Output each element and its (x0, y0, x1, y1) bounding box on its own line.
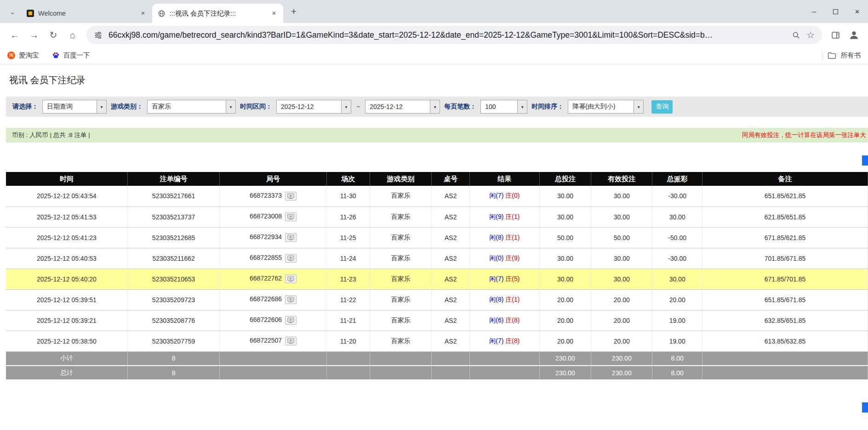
video-replay-icon[interactable] (285, 275, 297, 283)
new-tab-button[interactable]: + (287, 5, 301, 18)
video-replay-icon[interactable] (285, 192, 297, 201)
cell-valid-bet: 50.00 (591, 227, 652, 248)
address-bar[interactable]: 66cxkj98.com/game/betrecord_search/kind3… (86, 26, 822, 44)
date-start-input[interactable]: 2025-12-12 ▾ (276, 100, 351, 114)
chevron-down-icon: ▾ (97, 100, 106, 113)
game-type-value: 百家乐 (148, 100, 226, 113)
table-row: 2025-12-12 05:39:51 523035209723 6687226… (6, 289, 868, 310)
result-banker: 庄(8) (505, 337, 520, 344)
site-info-icon[interactable] (94, 31, 103, 40)
result-player: 闲(7) (489, 192, 503, 199)
cell-result: 闲(7)庄(5) (469, 269, 539, 289)
window-close-button[interactable]: ✕ (846, 0, 868, 23)
per-page-select[interactable]: 100 ▾ (480, 100, 527, 114)
result-banker: 庄(1) (505, 296, 520, 303)
video-replay-icon[interactable] (285, 337, 297, 345)
search-button[interactable]: 查询 (651, 100, 673, 114)
cell-total-bet-link[interactable]: 20.00 (539, 289, 591, 310)
cell-note: 621.85/651.85 (702, 206, 868, 227)
col-header-time: 时间 (6, 172, 127, 186)
cell-round: 668722686 (220, 289, 326, 310)
folder-icon (828, 52, 836, 59)
side-panel-icon[interactable] (827, 26, 844, 44)
col-header-session: 场次 (326, 172, 370, 186)
filter-bar: 请选择： 日期查询 ▾ 游戏类别： 百家乐 ▾ 时间区间： 2025-12-12… (6, 97, 868, 117)
zoom-icon[interactable] (792, 31, 800, 40)
chevron-down-icon: ▾ (517, 100, 527, 113)
date-separator: ~ (356, 103, 360, 110)
home-button[interactable]: ⌂ (63, 26, 82, 44)
cell-table: AS2 (432, 310, 469, 331)
forward-button[interactable]: → (25, 26, 43, 44)
empty-cell (220, 366, 326, 380)
video-replay-icon[interactable] (285, 233, 297, 242)
table-row: 2025-12-12 05:39:21 523035208776 6687226… (6, 310, 868, 331)
round-number: 668722762 (250, 275, 282, 282)
tab-bet-records[interactable]: :::视讯 会员下注纪录::: ✕ (152, 4, 283, 23)
cell-payout: 30.00 (652, 269, 702, 289)
col-header-table: 桌号 (432, 172, 469, 186)
bookmark-taobao[interactable]: 淘 爱淘宝 (7, 51, 39, 60)
globe-favicon-icon (158, 10, 166, 17)
empty-cell (432, 366, 469, 380)
date-range-label: 时间区间： (240, 103, 272, 111)
cell-total-bet-link[interactable]: 30.00 (539, 206, 591, 227)
cell-total-bet-link[interactable]: 20.00 (539, 331, 591, 351)
all-bookmarks[interactable]: 所有书 (822, 51, 861, 60)
calendar-dropdown-icon: ▾ (430, 100, 440, 113)
per-page-label: 每页笔数： (444, 103, 476, 111)
query-type-select[interactable]: 日期查询 ▾ (42, 100, 107, 114)
col-header-payout: 总派彩 (652, 172, 702, 186)
date-end-input[interactable]: 2025-12-12 ▾ (365, 100, 440, 114)
total-total-bet: 230.00 (539, 366, 591, 380)
maximize-icon (833, 9, 838, 14)
cell-table: AS2 (432, 186, 469, 206)
bookmark-baidu[interactable]: 百度一下 (52, 51, 90, 60)
scroll-indicator-top[interactable] (862, 155, 868, 166)
video-replay-icon[interactable] (285, 254, 297, 263)
cell-total-bet-link[interactable]: 20.00 (539, 310, 591, 331)
welcome-favicon-icon (27, 10, 34, 17)
empty-cell (702, 351, 868, 366)
sort-select[interactable]: 降幂(由大到小) ▾ (568, 100, 644, 114)
profile-avatar[interactable] (845, 26, 862, 44)
cell-total-bet-link[interactable]: 50.00 (539, 227, 591, 248)
close-icon[interactable]: ✕ (138, 9, 148, 18)
table-row: 2025-12-12 05:41:53 523035213737 6687230… (6, 206, 868, 227)
baidu-paw-icon (52, 52, 60, 59)
game-type-select[interactable]: 百家乐 ▾ (147, 100, 236, 114)
subtotal-valid-bet: 230.00 (591, 351, 652, 366)
tab-search-chevron-icon[interactable]: ⌄ (5, 4, 20, 20)
scroll-indicator-bottom[interactable] (862, 402, 868, 413)
close-icon[interactable]: ✕ (269, 9, 279, 18)
cell-game: 百家乐 (370, 331, 432, 351)
cell-total-bet-link[interactable]: 30.00 (539, 269, 591, 289)
tab-welcome[interactable]: Welcome ✕ (21, 4, 152, 23)
cell-table: AS2 (432, 206, 469, 227)
window-minimize-button[interactable]: ─ (803, 0, 825, 23)
cell-time: 2025-12-12 05:43:54 (6, 186, 127, 206)
cell-table: AS2 (432, 289, 469, 310)
video-replay-icon[interactable] (285, 316, 297, 325)
result-banker: 庄(9) (505, 254, 520, 262)
total-label: 总计 (6, 366, 127, 380)
cell-table: AS2 (432, 248, 469, 269)
round-number: 668723373 (250, 192, 282, 199)
result-player: 闲(6) (489, 316, 503, 324)
cell-total-bet-link[interactable]: 30.00 (539, 186, 591, 206)
reload-button[interactable]: ↻ (44, 26, 63, 44)
col-header-bet-id: 注单编号 (127, 172, 220, 186)
subtotal-row: 小计 8 230.00 230.00 8.00 (6, 351, 868, 366)
cell-total-bet-link[interactable]: 30.00 (539, 248, 591, 269)
video-replay-icon[interactable] (285, 212, 297, 221)
video-replay-icon[interactable] (285, 295, 297, 304)
cell-session: 11-22 (326, 289, 370, 310)
table-row: 2025-12-12 05:40:53 523035211662 6687228… (6, 248, 868, 269)
window-maximize-button[interactable] (825, 0, 846, 23)
empty-cell (432, 351, 469, 366)
cell-result: 闲(9)庄(1) (469, 206, 539, 227)
cell-time: 2025-12-12 05:38:50 (6, 331, 127, 351)
bookmark-star-icon[interactable]: ☆ (806, 30, 815, 40)
result-player: 闲(7) (489, 275, 503, 282)
back-button[interactable]: ← (6, 26, 24, 44)
